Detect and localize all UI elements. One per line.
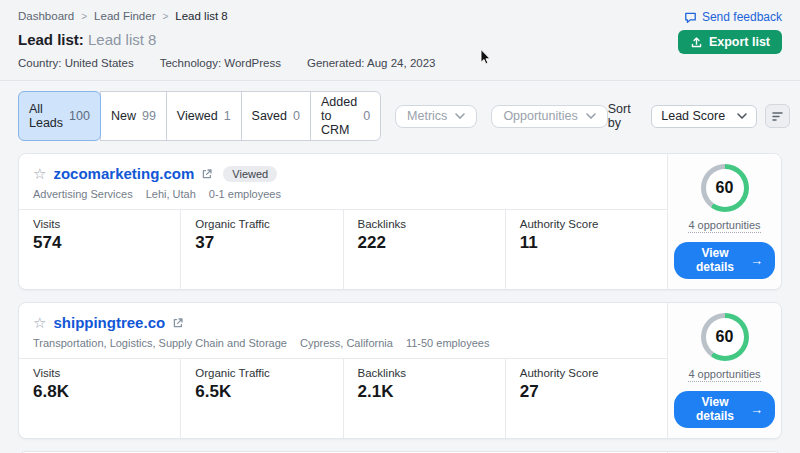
metric-value: 6.5K xyxy=(195,382,328,402)
lead-card: ☆shippingtree.coTransportation, Logistic… xyxy=(18,302,782,439)
metric-organic-traffic: Organic Traffic37 xyxy=(180,210,342,289)
metric-backlinks: Backlinks2.1K xyxy=(343,359,505,438)
export-list-button[interactable]: Export list xyxy=(678,30,782,54)
metric-label: Organic Traffic xyxy=(195,367,328,379)
page-title: Lead list: Lead list 8 xyxy=(18,31,782,48)
opportunities-link[interactable]: 4 opportunities xyxy=(688,368,760,382)
tab-count: 0 xyxy=(293,109,300,123)
lead-card-header: ☆zocomarketing.comViewedAdvertising Serv… xyxy=(19,154,667,209)
viewed-badge: Viewed xyxy=(223,166,277,182)
tab-new[interactable]: New99 xyxy=(100,91,167,141)
tab-saved[interactable]: Saved0 xyxy=(241,91,311,141)
tab-count: 100 xyxy=(69,109,90,123)
metric-label: Organic Traffic xyxy=(195,218,328,230)
external-link-icon xyxy=(172,317,184,329)
opportunities-link[interactable]: 4 opportunities xyxy=(688,219,760,233)
arrow-right-icon: → xyxy=(750,253,763,268)
list-meta-item: Generated: Aug 24, 2023 xyxy=(307,57,436,69)
view-details-button[interactable]: View details→ xyxy=(674,242,775,279)
lead-meta: Transportation, Logistics, Supply Chain … xyxy=(33,337,653,349)
chevron-down-icon xyxy=(737,113,747,119)
page-title-label: Lead list: xyxy=(18,31,84,48)
tab-label: New xyxy=(111,109,136,123)
metric-value: 37 xyxy=(195,233,328,253)
tab-label: Saved xyxy=(252,109,287,123)
lead-meta-item: Cypress, California xyxy=(300,337,393,349)
view-details-label: View details xyxy=(686,246,744,274)
metric-label: Backlinks xyxy=(358,218,491,230)
metric-label: Authority Score xyxy=(520,367,653,379)
metric-label: Visits xyxy=(33,218,166,230)
feedback-bubble-icon xyxy=(684,11,697,24)
lead-score-panel: 604 opportunitiesView details→ xyxy=(667,154,781,289)
lead-card-main: ☆zocomarketing.comViewedAdvertising Serv… xyxy=(19,154,667,289)
breadcrumb-item[interactable]: Dashboard xyxy=(18,10,74,22)
lead-score-panel: 604 opportunitiesView details→ xyxy=(667,303,781,438)
view-details-button[interactable]: View details→ xyxy=(674,391,775,428)
metric-value: 27 xyxy=(520,382,653,402)
lead-title-line: ☆shippingtree.co xyxy=(33,314,653,331)
lead-score-ring: 60 xyxy=(701,164,749,212)
metric-authority-score: Authority Score27 xyxy=(505,359,667,438)
upload-icon xyxy=(690,36,703,49)
metrics-dropdown-button[interactable]: Metrics xyxy=(395,105,477,128)
lead-score-value: 60 xyxy=(706,318,744,356)
lead-metrics-row: Visits574Organic Traffic37Backlinks222Au… xyxy=(19,209,667,289)
metric-value: 574 xyxy=(33,233,166,253)
lead-status-tabs: All Leads100New99Viewed1Saved0Added to C… xyxy=(18,91,381,141)
lead-card-main: ☆shippingtree.coTransportation, Logistic… xyxy=(19,303,667,438)
external-link-icon xyxy=(201,168,213,180)
star-icon[interactable]: ☆ xyxy=(33,166,46,181)
lead-meta-item: 11-50 employees xyxy=(406,337,490,349)
sort-by-label: Sort by xyxy=(608,102,644,130)
lead-meta-item: Advertising Services xyxy=(33,188,133,200)
metrics-dropdown-label: Metrics xyxy=(407,109,447,123)
send-feedback-link[interactable]: Send feedback xyxy=(684,10,782,24)
metric-value: 11 xyxy=(520,233,653,253)
tab-count: 0 xyxy=(363,109,370,123)
metric-organic-traffic: Organic Traffic6.5K xyxy=(180,359,342,438)
opportunities-dropdown-button[interactable]: Opportunities xyxy=(491,105,607,128)
metric-label: Visits xyxy=(33,367,166,379)
breadcrumb: Dashboard>Lead Finder>Lead list 8 xyxy=(18,10,782,22)
view-details-label: View details xyxy=(686,395,744,423)
lead-score-ring: 60 xyxy=(701,313,749,361)
chevron-down-icon xyxy=(455,113,465,119)
tab-viewed[interactable]: Viewed1 xyxy=(166,91,242,141)
metric-value: 6.8K xyxy=(33,382,166,402)
lead-domain-link[interactable]: zocomarketing.com xyxy=(53,165,194,182)
open-site-link[interactable] xyxy=(201,168,213,180)
export-list-label: Export list xyxy=(709,35,770,49)
lead-meta-item: Lehi, Utah xyxy=(146,188,196,200)
star-icon[interactable]: ☆ xyxy=(33,315,46,330)
tab-count: 1 xyxy=(224,109,231,123)
lead-metrics-row: Visits6.8KOrganic Traffic6.5KBacklinks2.… xyxy=(19,358,667,438)
lead-score-value: 60 xyxy=(706,169,744,207)
tab-added-to-crm[interactable]: Added to CRM0 xyxy=(310,91,381,141)
lead-meta-item: Transportation, Logistics, Supply Chain … xyxy=(33,337,287,349)
page-title-value: Lead list 8 xyxy=(88,31,156,48)
tab-label: Added to CRM xyxy=(321,95,357,137)
breadcrumb-item[interactable]: Lead Finder xyxy=(94,10,155,22)
metric-visits: Visits6.8K xyxy=(19,359,180,438)
lead-card-list: ☆zocomarketing.comViewedAdvertising Serv… xyxy=(0,150,800,453)
lead-meta-item: 0-1 employees xyxy=(209,188,281,200)
lead-card: ☆zocomarketing.comViewedAdvertising Serv… xyxy=(18,153,782,290)
tab-label: All Leads xyxy=(29,102,63,130)
breadcrumb-item[interactable]: Lead list 8 xyxy=(175,10,227,22)
metric-authority-score: Authority Score11 xyxy=(505,210,667,289)
lead-meta: Advertising ServicesLehi, Utah0-1 employ… xyxy=(33,188,653,200)
sort-order-button[interactable] xyxy=(765,104,789,128)
sort-area: Sort by Lead Score xyxy=(608,102,790,130)
list-meta-item: Country: United States xyxy=(18,57,134,69)
open-site-link[interactable] xyxy=(172,317,184,329)
sort-select[interactable]: Lead Score xyxy=(651,105,757,128)
lead-domain-link[interactable]: shippingtree.co xyxy=(53,314,165,331)
opportunities-dropdown-label: Opportunities xyxy=(503,109,577,123)
metric-visits: Visits574 xyxy=(19,210,180,289)
sort-descending-icon xyxy=(771,110,784,122)
filter-dropdowns: MetricsOpportunities xyxy=(381,105,608,128)
tab-all-leads[interactable]: All Leads100 xyxy=(18,91,101,141)
page-header: Dashboard>Lead Finder>Lead list 8 Send f… xyxy=(0,0,800,81)
metric-value: 222 xyxy=(358,233,491,253)
